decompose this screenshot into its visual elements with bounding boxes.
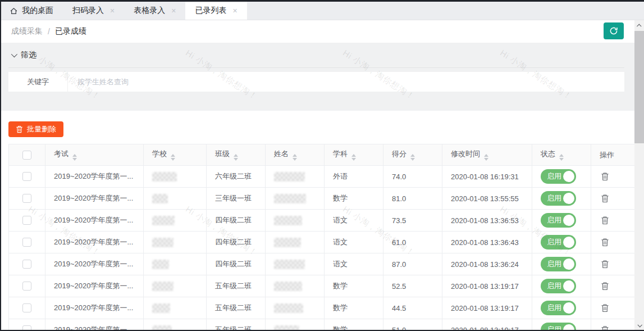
status-toggle-label: 启用	[547, 281, 561, 291]
row-checkbox[interactable]	[22, 216, 31, 225]
sort-icon[interactable]	[559, 154, 564, 161]
batch-delete-label: 批量删除	[27, 124, 56, 134]
column-header-time[interactable]: 修改时间	[442, 144, 532, 166]
row-checkbox[interactable]	[22, 303, 31, 312]
select-all-checkbox[interactable]	[22, 151, 31, 160]
delete-row-icon[interactable]	[600, 259, 610, 270]
breadcrumb-section[interactable]: 成绩采集	[11, 26, 43, 37]
column-header-score[interactable]: 得分	[383, 144, 442, 166]
status-toggle[interactable]: 启用	[541, 169, 576, 184]
cell-subject: 语文	[325, 253, 383, 275]
cell-exam: 2019~2020学年度第一...	[45, 275, 144, 297]
cell-status: 启用	[532, 210, 591, 232]
cell-class: 六年级二班	[207, 166, 266, 188]
scrollbar-up-arrow[interactable]	[634, 21, 644, 30]
status-toggle[interactable]: 启用	[541, 235, 576, 250]
toggle-knob	[563, 259, 574, 270]
tab-label: 扫码录入	[72, 6, 104, 16]
tab-my-desktop[interactable]: 我的桌面	[0, 2, 63, 20]
sort-icon[interactable]	[351, 154, 356, 161]
close-icon[interactable]: ×	[171, 7, 176, 15]
column-header-exam[interactable]: 考试	[45, 144, 144, 166]
tab-scan-entry[interactable]: 扫码录入 ×	[63, 2, 124, 20]
redacted-school	[152, 216, 175, 225]
status-toggle-label: 启用	[547, 303, 561, 313]
toggle-knob	[563, 215, 574, 226]
cell-subject: 语文	[325, 232, 383, 253]
status-toggle[interactable]: 启用	[541, 191, 576, 206]
cell-status: 启用	[532, 319, 591, 331]
sort-icon[interactable]	[234, 154, 238, 161]
scrollbar-thumb[interactable]	[634, 31, 644, 143]
delete-row-icon[interactable]	[600, 215, 610, 226]
window-edge	[0, 0, 644, 2]
scrollbar-down-arrow[interactable]	[634, 321, 644, 330]
cell-status: 启用	[532, 166, 591, 188]
delete-row-icon[interactable]	[600, 237, 610, 248]
cell-status: 启用	[532, 297, 591, 319]
cell-class: 四年级二班	[207, 253, 266, 275]
sort-icon[interactable]	[72, 154, 77, 161]
table-header-row: 考试 学校 班级 姓名 学科 得分 修改时间 状态 操作	[9, 144, 635, 166]
column-header-subject[interactable]: 学科	[325, 144, 383, 166]
close-icon[interactable]: ×	[232, 7, 237, 15]
delete-row-icon[interactable]	[600, 193, 610, 204]
row-checkbox[interactable]	[22, 172, 31, 181]
column-header-name[interactable]: 姓名	[266, 144, 325, 166]
cell-actions	[591, 297, 635, 319]
chevron-down-icon	[11, 51, 17, 57]
sort-icon[interactable]	[484, 154, 488, 161]
cell-time: 2020-01-08 16:19:31	[442, 166, 532, 188]
column-header-status[interactable]: 状态	[532, 144, 591, 166]
cell-status: 启用	[532, 275, 591, 297]
cell-actions	[591, 319, 635, 331]
column-header-class[interactable]: 班级	[207, 144, 266, 166]
redacted-name	[274, 260, 305, 269]
row-checkbox[interactable]	[22, 260, 31, 269]
cell-actions	[591, 188, 635, 210]
table-row: 2019~2020学年度第一... 四年级二班 语文 73.5 2020-01-…	[9, 210, 635, 232]
status-toggle-label: 启用	[547, 237, 561, 247]
status-toggle[interactable]: 启用	[541, 279, 576, 293]
row-checkbox[interactable]	[22, 238, 31, 247]
breadcrumb: 成绩采集 / 已录成绩	[11, 20, 86, 43]
row-checkbox[interactable]	[22, 194, 31, 203]
table-row: 2019~2020学年度第一... 四年级二班 语文 61.0 2020-01-…	[9, 232, 635, 253]
status-toggle-label: 启用	[547, 259, 561, 269]
status-toggle[interactable]: 启用	[541, 257, 576, 271]
vertical-scrollbar[interactable]	[634, 20, 644, 331]
tab-table-entry[interactable]: 表格录入 ×	[124, 2, 185, 20]
cell-exam: 2019~2020学年度第一...	[45, 297, 144, 319]
cell-class: 四年级二班	[207, 210, 266, 232]
cell-actions	[591, 232, 635, 253]
column-header-school[interactable]: 学校	[144, 144, 207, 166]
close-icon[interactable]: ×	[110, 7, 115, 15]
cell-score: 51.0	[383, 319, 442, 331]
status-toggle-label: 启用	[547, 171, 561, 182]
delete-row-icon[interactable]	[600, 280, 610, 292]
main-content: 批量删除 考试 学校 班级 姓名 学科 得分 修改时间 状态	[0, 111, 634, 331]
cell-school	[144, 253, 207, 275]
divider	[8, 67, 624, 68]
toggle-knob	[563, 171, 574, 182]
keyword-input[interactable]	[68, 72, 624, 92]
refresh-button[interactable]	[604, 22, 624, 39]
delete-row-icon[interactable]	[600, 302, 610, 314]
cell-school	[144, 210, 207, 232]
tab-label: 我的桌面	[22, 6, 53, 16]
status-toggle[interactable]: 启用	[541, 301, 576, 315]
sort-icon[interactable]	[410, 154, 415, 161]
tab-recorded-list[interactable]: 已录列表 ×	[185, 2, 246, 20]
status-toggle[interactable]: 启用	[541, 213, 576, 228]
batch-delete-button[interactable]: 批量删除	[8, 121, 63, 137]
delete-row-icon[interactable]	[600, 171, 610, 182]
cell-school	[144, 232, 207, 253]
row-checkbox[interactable]	[22, 282, 31, 291]
sort-icon[interactable]	[293, 154, 297, 161]
cell-exam: 2019~2020学年度第一...	[45, 253, 144, 275]
cell-score: 52.5	[383, 275, 442, 297]
filter-collapse-toggle[interactable]: 筛选	[11, 50, 36, 60]
table-row: 2019~2020学年度第一... 五年级二班 数学 52.5 2020-01-…	[9, 275, 635, 297]
sort-icon[interactable]	[171, 154, 175, 161]
cell-class: 三年级一班	[207, 188, 266, 210]
